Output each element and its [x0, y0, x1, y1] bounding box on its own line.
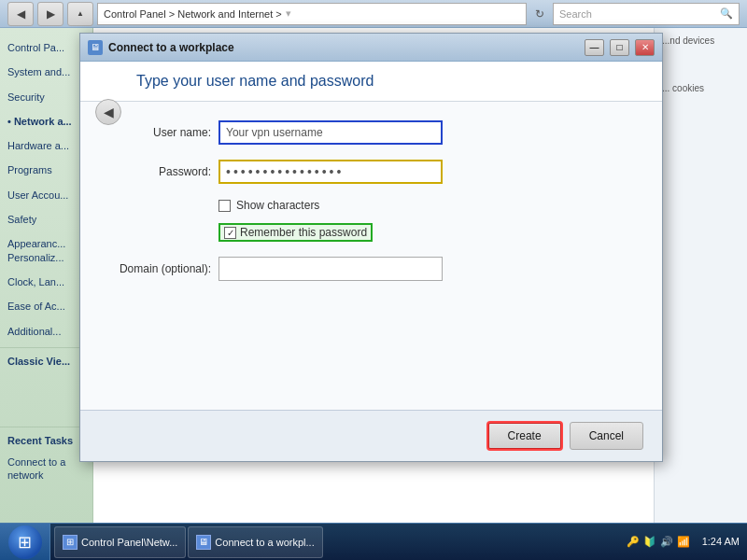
domain-input[interactable]: [218, 257, 443, 281]
show-characters-label: Show characters: [236, 199, 319, 212]
username-row: User name:: [118, 120, 625, 145]
taskbar-time: 1:24 AM: [702, 535, 740, 549]
tray-icon-key[interactable]: 🔑: [626, 535, 641, 550]
create-button[interactable]: Create: [487, 422, 562, 450]
dialog-header: Type your user name and password: [80, 62, 662, 102]
cp-right-panel: ...nd devices ... cookies: [654, 28, 747, 523]
dialog-close-button[interactable]: ✕: [635, 39, 655, 56]
address-arrow: ▾: [286, 7, 291, 20]
start-orb: ⊞: [8, 525, 42, 559]
refresh-button[interactable]: ↻: [530, 5, 549, 23]
password-input[interactable]: [218, 160, 443, 184]
taskbar-item-control-panel-label: Control Panel\Netw...: [81, 537, 177, 548]
show-characters-checkbox[interactable]: [218, 200, 231, 212]
taskbar-item-control-panel[interactable]: ⊞ Control Panel\Netw...: [54, 526, 186, 558]
dialog-maximize-button[interactable]: □: [610, 39, 629, 56]
remember-checkbox[interactable]: [224, 227, 236, 239]
taskbar-item-connect-workplace[interactable]: 🖥 Connect to a workpl...: [188, 526, 322, 558]
show-characters-row: Show characters: [218, 199, 625, 212]
cp-right-text1: ...nd devices: [662, 35, 740, 46]
cancel-button[interactable]: Cancel: [570, 422, 643, 450]
username-label: User name:: [118, 126, 211, 139]
address-bar[interactable]: Control Panel > Network and Internet > ▾: [97, 3, 527, 25]
dialog-icon: 🖥: [88, 40, 103, 55]
cp-right-text2: ... cookies: [662, 83, 740, 93]
dialog-minimize-button[interactable]: —: [585, 39, 604, 56]
password-label: Password:: [118, 165, 211, 178]
address-text: Control Panel > Network and Internet >: [104, 8, 282, 20]
search-bar[interactable]: Search 🔍: [553, 3, 740, 25]
remember-password-row: Remember this password: [218, 223, 625, 242]
dialog-back-button[interactable]: ◀: [95, 99, 121, 125]
taskbar-item-connect-label: Connect to a workpl...: [215, 537, 314, 548]
dialog-titlebar: 🖥 Connect to a workplace — □ ✕: [80, 34, 662, 62]
remember-password-checkbox-container[interactable]: Remember this password: [218, 223, 373, 242]
password-row: Password:: [118, 160, 625, 184]
start-button[interactable]: ⊞: [0, 524, 50, 561]
back-button[interactable]: ◀: [7, 2, 34, 26]
desktop: ◀ ▶ ▲ Control Panel > Network and Intern…: [0, 0, 747, 560]
taskbar-item-control-panel-icon: ⊞: [63, 535, 78, 550]
connect-workplace-dialog: 🖥 Connect to a workplace — □ ✕ ◀ Type yo…: [79, 33, 663, 462]
tray-icon-network[interactable]: 📶: [676, 535, 691, 550]
tray-icon-shield[interactable]: 🔰: [642, 535, 657, 550]
taskbar-items: ⊞ Control Panel\Netw... 🖥 Connect to a w…: [50, 526, 622, 558]
dialog-body: ◀ Type your user name and password User …: [80, 62, 662, 461]
domain-row: Domain (optional):: [118, 257, 625, 281]
dialog-footer: Create Cancel: [80, 410, 662, 461]
tray-icon-volume[interactable]: 🔊: [659, 535, 674, 550]
taskbar-clock[interactable]: 1:24 AM: [695, 535, 747, 549]
search-placeholder: Search: [559, 8, 592, 20]
remember-password-label: Remember this password: [240, 226, 367, 239]
up-button[interactable]: ▲: [67, 2, 93, 26]
dialog-heading: Type your user name and password: [136, 73, 374, 90]
cp-titlebar: ◀ ▶ ▲ Control Panel > Network and Intern…: [0, 0, 747, 28]
forward-button[interactable]: ▶: [37, 2, 63, 26]
taskbar-item-connect-icon: 🖥: [196, 535, 211, 550]
username-input[interactable]: [218, 120, 443, 145]
search-icon[interactable]: 🔍: [720, 7, 733, 20]
domain-label: Domain (optional):: [118, 262, 211, 275]
dialog-content: User name: Password: Show characters Rem…: [80, 102, 662, 410]
dialog-title: Connect to a workplace: [108, 41, 579, 54]
taskbar: ⊞ ⊞ Control Panel\Netw... 🖥 Connect to a…: [0, 523, 747, 560]
taskbar-tray: 🔑 🔰 🔊 📶: [622, 535, 695, 550]
